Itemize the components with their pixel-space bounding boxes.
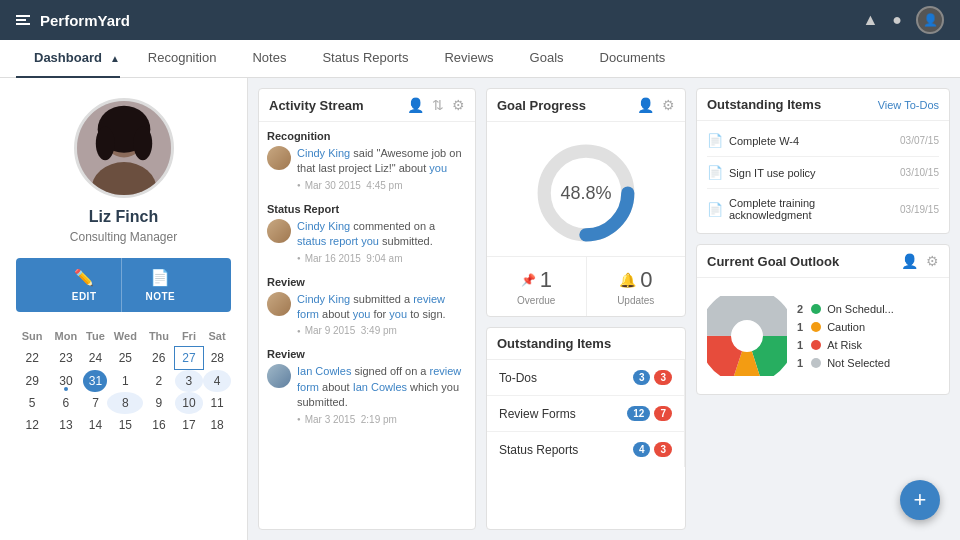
cal-day[interactable]: 23	[48, 347, 83, 370]
legend-item-0: 2 On Schedul...	[797, 303, 894, 315]
activity-avatar	[267, 364, 291, 388]
subnav-item-documents[interactable]: Documents	[582, 40, 684, 78]
todo-text: Complete W-4	[729, 135, 799, 147]
right-column: Outstanding Items View To-Dos 📄 Complete…	[696, 88, 950, 530]
activity-time: Mar 30 2015 4:45 pm	[297, 180, 467, 191]
legend-label: At Risk	[827, 339, 862, 351]
cal-day[interactable]: 6	[48, 392, 83, 414]
activity-ian-link[interactable]: Ian Cowles	[353, 381, 407, 393]
activity-person-link[interactable]: Cindy King	[297, 220, 350, 232]
subnav-item-reviews[interactable]: Reviews	[426, 40, 511, 78]
overdue-updates: 📌 1 Overdue 🔔 0 Updates	[487, 256, 685, 316]
cal-day[interactable]: 8	[107, 392, 143, 414]
subnav-item-status-reports[interactable]: Status Reports	[304, 40, 426, 78]
cal-day[interactable]: 14	[83, 414, 107, 436]
settings-icon[interactable]: ⚙	[452, 97, 465, 113]
cal-day[interactable]: 11	[203, 392, 231, 414]
activity-content: Ian Cowles signed off on a review form a…	[267, 364, 467, 424]
cal-day[interactable]: 27	[175, 347, 204, 370]
view-todos-link[interactable]: View To-Dos	[878, 99, 939, 111]
outstanding-left: To-Dos 3 3 Review Forms 12 7	[487, 360, 685, 467]
subnav-item-goals[interactable]: Goals	[512, 40, 582, 78]
activity-you-link[interactable]: you	[361, 235, 379, 247]
upload-icon[interactable]: ▲	[862, 11, 878, 29]
activity-avatar	[267, 219, 291, 243]
brand-bars-icon	[16, 15, 30, 25]
activity-you-link[interactable]: you	[429, 162, 447, 174]
cal-header-tue: Tue	[83, 326, 107, 347]
activity-type: Recognition	[267, 130, 467, 142]
cal-day[interactable]: 3	[175, 370, 204, 393]
goal-progress-title: Goal Progress	[497, 98, 586, 113]
subnav-item-dashboard[interactable]: Dashboard	[16, 40, 120, 78]
donut-container: 48.8%	[487, 122, 685, 256]
cal-day[interactable]: 22	[16, 347, 48, 370]
activity-item-status-report: Status Report Cindy King commented on a …	[267, 203, 467, 264]
todos-count-badge: 3	[633, 370, 651, 385]
legend-dot-green	[811, 304, 821, 314]
cal-day[interactable]: 1	[107, 370, 143, 393]
cal-day[interactable]: 5	[16, 392, 48, 414]
cal-day[interactable]: 4	[203, 370, 231, 393]
cal-day[interactable]: 18	[203, 414, 231, 436]
cal-day[interactable]: 9	[143, 392, 174, 414]
activity-person-link[interactable]: Cindy King	[297, 293, 350, 305]
activity-item-review-1: Review Cindy King submitted a review for…	[267, 276, 467, 337]
user-avatar[interactable]: 👤	[916, 6, 944, 34]
overdue-label: Overdue	[517, 295, 555, 306]
review-forms-badges: 12 7	[627, 406, 672, 421]
goal-outlook-panel: Current Goal Outlook 👤 ⚙	[696, 244, 950, 395]
legend-item-1: 1 Caution	[797, 321, 894, 333]
goal-outlook-icons: 👤 ⚙	[901, 253, 939, 269]
cal-day[interactable]: 29	[16, 370, 48, 393]
donut-percentage: 48.8%	[560, 183, 611, 204]
user-name: Liz Finch	[89, 208, 158, 226]
cal-day[interactable]: 17	[175, 414, 204, 436]
legend-item-3: 1 Not Selected	[797, 357, 894, 369]
fab-button[interactable]: +	[900, 480, 940, 520]
person-icon[interactable]: 👤	[637, 97, 654, 113]
todos-row: To-Dos 3 3	[487, 360, 684, 396]
note-button[interactable]: 📄 NOTE	[122, 258, 200, 312]
cal-day[interactable]: 16	[143, 414, 174, 436]
activity-you-link[interactable]: you	[353, 308, 371, 320]
cal-day[interactable]: 13	[48, 414, 83, 436]
goal-outlook-title: Current Goal Outlook	[707, 254, 839, 269]
doc-icon: 📄	[707, 202, 723, 217]
activity-stream-header: Activity Stream 👤 ⇅ ⚙	[259, 89, 475, 122]
cal-header-sun: Sun	[16, 326, 48, 347]
cal-day[interactable]: 24	[83, 347, 107, 370]
person-icon[interactable]: 👤	[407, 97, 424, 113]
cal-day[interactable]: 15	[107, 414, 143, 436]
cal-day[interactable]: 7	[83, 392, 107, 414]
globe-icon[interactable]: ●	[892, 11, 902, 29]
arrow-icon[interactable]: ⇅	[432, 97, 444, 113]
activity-text: Cindy King submitted a review form about…	[297, 292, 467, 323]
activity-person-link[interactable]: Ian Cowles	[297, 365, 351, 377]
subnav-item-notes[interactable]: Notes	[234, 40, 304, 78]
cal-day[interactable]: 12	[16, 414, 48, 436]
user-avatar-large	[74, 98, 174, 198]
cal-day[interactable]: 2	[143, 370, 174, 393]
settings-icon[interactable]: ⚙	[662, 97, 675, 113]
activity-you-link2[interactable]: you	[389, 308, 407, 320]
subnav-item-recognition[interactable]: Recognition	[130, 40, 235, 78]
activity-time: Mar 9 2015 3:49 pm	[297, 325, 467, 336]
activity-person-link[interactable]: Cindy King	[297, 147, 350, 159]
cal-header-mon: Mon	[48, 326, 83, 347]
legend-dot-grey	[811, 358, 821, 368]
cal-day[interactable]: 26	[143, 347, 174, 370]
activity-avatar	[267, 292, 291, 316]
subnav-arrow: ▲	[110, 53, 120, 64]
edit-button[interactable]: ✏️ EDIT	[48, 258, 122, 312]
person-icon[interactable]: 👤	[901, 253, 918, 269]
cal-day-today[interactable]: 31	[83, 370, 107, 393]
settings-icon[interactable]: ⚙	[926, 253, 939, 269]
cal-day[interactable]: 25	[107, 347, 143, 370]
cal-day[interactable]: 10	[175, 392, 204, 414]
cal-day[interactable]: 28	[203, 347, 231, 370]
legend-label: Caution	[827, 321, 865, 333]
activity-content: Cindy King commented on a status report …	[267, 219, 467, 264]
cal-day[interactable]: 30	[48, 370, 83, 393]
status-report-link[interactable]: status report	[297, 235, 358, 247]
